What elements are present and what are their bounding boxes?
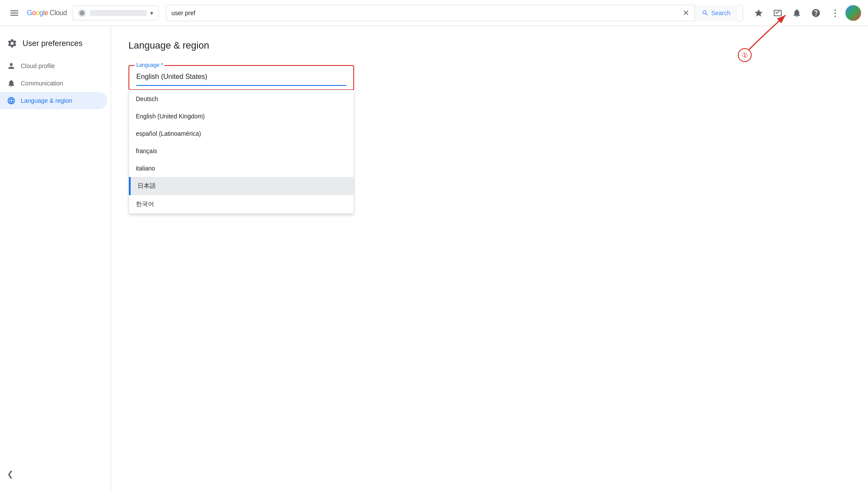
dropdown-label-deutsch: Deutsch xyxy=(136,95,158,102)
hamburger-menu-button[interactable] xyxy=(7,6,22,20)
collapse-icon: ❮ xyxy=(7,469,13,479)
sidebar-title: User preferences xyxy=(23,39,82,48)
sidebar-item-communication-label: Communication xyxy=(21,80,63,87)
language-region-icon xyxy=(7,96,16,105)
help-button[interactable] xyxy=(807,4,825,22)
language-selected-value: English (United States) xyxy=(136,71,346,82)
dropdown-label-espanol: español (Latinoamérica) xyxy=(136,130,201,137)
collapse-sidebar-button[interactable]: ❮ xyxy=(0,466,111,482)
main-content: Language & region Language * English (Un… xyxy=(111,26,868,491)
sidebar-item-language-region-label: Language & region xyxy=(21,97,72,104)
notifications-button[interactable] xyxy=(788,4,806,22)
search-input[interactable] xyxy=(171,10,679,16)
dropdown-item-francais[interactable]: français xyxy=(129,142,354,160)
starred-button[interactable] xyxy=(750,4,767,22)
settings-icon xyxy=(7,38,17,49)
dropdown-item-korean[interactable]: 한국어 xyxy=(129,195,354,213)
top-navigation: Google Cloud ▾ ✕ Search xyxy=(0,0,868,26)
app-layout: User preferences Cloud profile Communica… xyxy=(0,26,868,491)
cloud-profile-icon xyxy=(7,62,16,70)
project-name-label xyxy=(90,10,147,16)
language-field-underline xyxy=(136,85,346,86)
search-icon xyxy=(702,10,709,16)
avatar-image xyxy=(845,5,861,21)
dropdown-item-espanol[interactable]: español (Latinoamérica) xyxy=(129,125,354,142)
sidebar-item-cloud-profile[interactable]: Cloud profile xyxy=(0,57,107,75)
search-clear-button[interactable]: ✕ xyxy=(679,8,693,18)
project-icon xyxy=(78,9,86,17)
topnav-right: ⋮ xyxy=(750,4,861,22)
dropdown-item-english-uk[interactable]: English (United Kingdom) xyxy=(129,108,354,125)
topnav-left: Google Cloud ▾ xyxy=(7,6,159,20)
page-title: Language & region xyxy=(128,40,851,51)
dropdown-label-italiano: italiano xyxy=(136,165,155,172)
dropdown-label-korean: 한국어 xyxy=(136,200,154,208)
dropdown-item-japanese[interactable]: 日本語 xyxy=(129,177,354,195)
dropdown-label-english-uk: English (United Kingdom) xyxy=(136,113,205,120)
selected-bar xyxy=(129,177,131,195)
language-field[interactable]: Language * English (United States) xyxy=(128,65,354,90)
sidebar-item-language-region[interactable]: Language & region xyxy=(0,92,107,109)
sidebar: User preferences Cloud profile Communica… xyxy=(0,26,111,491)
sidebar-item-cloud-profile-label: Cloud profile xyxy=(21,62,55,69)
cloud-shell-button[interactable] xyxy=(769,4,786,22)
google-cloud-logo[interactable]: Google Cloud xyxy=(27,9,67,17)
sidebar-item-communication[interactable]: Communication xyxy=(0,75,107,92)
project-dropdown-arrow: ▾ xyxy=(150,10,153,16)
more-options-button[interactable]: ⋮ xyxy=(826,4,844,22)
sidebar-header: User preferences xyxy=(0,33,111,57)
language-required-marker: * xyxy=(161,62,163,68)
user-avatar-button[interactable] xyxy=(845,5,861,21)
search-bar: ✕ Search xyxy=(166,5,743,21)
dropdown-label-japanese: 日本語 xyxy=(138,182,156,190)
dropdown-label-francais: français xyxy=(136,147,157,154)
svg-point-0 xyxy=(79,10,85,16)
communication-icon xyxy=(7,79,16,88)
search-button[interactable]: Search xyxy=(694,5,737,21)
dropdown-item-deutsch[interactable]: Deutsch xyxy=(129,90,354,108)
language-field-label: Language * xyxy=(135,62,164,68)
language-dropdown: Deutsch English (United Kingdom) español… xyxy=(128,90,354,214)
dropdown-item-italiano[interactable]: italiano xyxy=(129,160,354,177)
project-selector[interactable]: ▾ xyxy=(72,6,159,20)
search-button-label: Search xyxy=(711,10,730,16)
language-section: Language * English (United States) Deuts… xyxy=(128,65,354,90)
